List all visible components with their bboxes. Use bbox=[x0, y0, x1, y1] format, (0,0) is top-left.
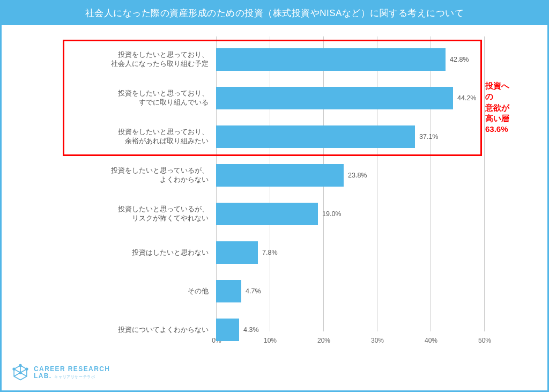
bar-row: 投資をしたいと思っており、 余裕があれば取り組みたい 37.1% bbox=[216, 120, 484, 153]
bar-row: その他 4.7% bbox=[216, 275, 484, 308]
callout-line: 63.6% bbox=[485, 124, 508, 134]
bar: 4.3% bbox=[216, 319, 239, 341]
bar-row: 投資したいと思っているが、 リスクが怖くてやれない 19.0% bbox=[216, 197, 484, 231]
logo: CAREER RESEARCH LAB. キャリアリサーチラボ bbox=[11, 364, 110, 382]
svg-point-2 bbox=[13, 368, 15, 370]
value-label: 7.8% bbox=[258, 249, 278, 256]
category-label: 投資をしたいと思っているが、 よくわからない bbox=[39, 166, 216, 184]
value-label: 4.7% bbox=[241, 287, 261, 295]
value-label: 4.3% bbox=[239, 326, 259, 334]
value-label: 44.2% bbox=[453, 94, 476, 102]
value-label: 23.8% bbox=[344, 172, 367, 179]
bar-row: 投資をしたいと思っており、 社会人になったら取り組む予定 42.8% bbox=[216, 43, 484, 76]
svg-point-1 bbox=[26, 368, 28, 370]
value-label: 42.8% bbox=[446, 56, 469, 63]
callout: 投資への 意欲が高い層 63.6% bbox=[485, 80, 515, 135]
bar: 37.1% bbox=[216, 125, 415, 148]
bar: 4.7% bbox=[216, 280, 241, 302]
bar-row: 投資をしたいと思っており、 すでに取り組んでいる 44.2% bbox=[216, 82, 484, 115]
category-label: 投資についてよくわからない bbox=[39, 326, 216, 335]
chart-frame: 社会人になった際の資産形成のための投資（株式投資やNISAなど）に関する考えにつ… bbox=[0, 0, 549, 392]
category-label: 投資をしたいと思っており、 社会人になったら取り組む予定 bbox=[39, 50, 216, 69]
logo-text: CAREER RESEARCH LAB. キャリアリサーチラボ bbox=[34, 366, 110, 379]
bar-row: 投資はしたいと思わない 7.8% bbox=[216, 236, 484, 269]
category-label: 投資はしたいと思わない bbox=[39, 248, 216, 257]
bar: 42.8% bbox=[216, 48, 446, 71]
category-label: 投資をしたいと思っており、 余裕があれば取り組みたい bbox=[39, 128, 216, 146]
bar: 23.8% bbox=[216, 164, 344, 187]
value-label: 37.1% bbox=[415, 133, 438, 140]
callout-line: 意欲が高い層 bbox=[485, 103, 509, 123]
value-label: 19.0% bbox=[318, 210, 341, 218]
bar-row: 投資をしたいと思っているが、 よくわからない 23.8% bbox=[216, 159, 484, 192]
bar-row: 投資についてよくわからない 4.3% bbox=[216, 313, 484, 346]
bar: 19.0% bbox=[216, 203, 318, 225]
chart-area: 0% 10% 20% 30% 40% 50% 投資をしたいと思っており、 社会人… bbox=[34, 31, 515, 353]
bar: 44.2% bbox=[216, 87, 453, 109]
logo-sub: キャリアリサーチラボ bbox=[54, 375, 95, 379]
category-label: その他 bbox=[39, 287, 216, 296]
category-label: 投資したいと思っているが、 リスクが怖くてやれない bbox=[39, 205, 216, 223]
svg-point-0 bbox=[19, 365, 21, 367]
callout-line: 投資への bbox=[485, 81, 509, 101]
chart-title: 社会人になった際の資産形成のための投資（株式投資やNISAなど）に関する考えにつ… bbox=[2, 2, 547, 25]
category-label: 投資をしたいと思っており、 すでに取り組んでいる bbox=[39, 89, 216, 107]
gridline: 50% bbox=[484, 36, 485, 331]
logo-line: LAB. bbox=[34, 372, 52, 380]
logo-cube-icon bbox=[11, 364, 29, 382]
plot: 0% 10% 20% 30% 40% 50% 投資をしたいと思っており、 社会人… bbox=[216, 36, 484, 331]
svg-point-3 bbox=[19, 372, 21, 374]
bar: 7.8% bbox=[216, 241, 258, 264]
